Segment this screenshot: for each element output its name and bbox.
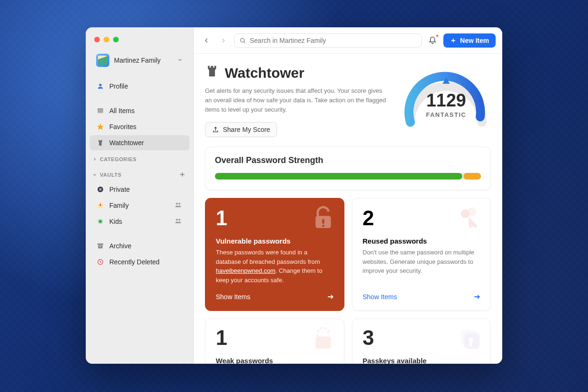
- svg-rect-3: [98, 112, 103, 113]
- weak-lock-icon: [310, 326, 336, 354]
- chevron-down-icon: [92, 172, 97, 177]
- vault-icon: [96, 201, 105, 210]
- svg-point-31: [469, 338, 473, 342]
- svg-point-12: [176, 219, 178, 220]
- chevron-down-icon: [177, 56, 183, 65]
- svg-rect-1: [98, 108, 103, 110]
- new-item-button[interactable]: New Item: [443, 33, 496, 48]
- notifications-button[interactable]: [426, 34, 439, 47]
- page-title: Watchtower: [205, 64, 390, 82]
- vault-label: Kids: [109, 218, 122, 225]
- password-strength-title: Overall Password Strength: [215, 155, 481, 165]
- all-items-icon: [96, 106, 105, 115]
- svg-point-9: [179, 203, 180, 204]
- reused-passwords-card: 2 Reused passwords Don't use the same pa…: [352, 198, 491, 311]
- nav-back-button[interactable]: [200, 34, 212, 47]
- password-strength-card: Overall Password Strength: [205, 147, 491, 190]
- watchtower-header: Watchtower Get alerts for any security i…: [205, 64, 491, 137]
- security-score-gauge: 1129 FANTASTIC: [401, 64, 491, 135]
- plus-icon: [450, 37, 457, 44]
- sidebar-item-archive[interactable]: Archive: [90, 238, 189, 253]
- share-icon: [212, 126, 219, 133]
- sidebar-item-watchtower[interactable]: Watchtower: [90, 135, 189, 150]
- show-items-label: Show Items: [363, 293, 397, 301]
- window-traffic-lights: [86, 32, 193, 48]
- arrow-right-icon: ➔: [474, 292, 480, 301]
- section-header-vaults[interactable]: VAULTS ＋: [86, 164, 193, 181]
- sidebar-item-label: All Items: [109, 107, 135, 114]
- weak-passwords-card: 1 Weak passwords Weak passwords are easi…: [205, 318, 344, 364]
- account-switcher[interactable]: Martinez Family: [90, 50, 189, 71]
- strength-good-segment: [215, 173, 462, 180]
- nav-forward-button[interactable]: [217, 34, 229, 47]
- svg-marker-4: [97, 123, 103, 130]
- vulnerable-title: Vulnerable passwords: [216, 237, 334, 245]
- sidebar-item-label: Recently Deleted: [109, 258, 160, 266]
- sidebar-item-all-items[interactable]: All Items: [90, 103, 189, 118]
- vault-icon: [96, 217, 105, 226]
- close-window-icon[interactable]: [94, 37, 100, 42]
- vault-family[interactable]: Family: [90, 198, 189, 213]
- section-header-categories[interactable]: CATEGORIES: [86, 151, 193, 164]
- vulnerable-description: These passwords were found in a database…: [216, 248, 334, 285]
- weak-title: Weak passwords: [216, 357, 334, 364]
- content-scroll[interactable]: Watchtower Get alerts for any security i…: [194, 54, 502, 364]
- passkeys-available-card: 3 Passkeys available Passkeys are a more…: [352, 318, 491, 364]
- sidebar: Martinez Family Profile All Items Favori…: [86, 27, 194, 364]
- share-score-button[interactable]: Share My Score: [205, 122, 277, 137]
- unlock-alert-icon: [310, 205, 336, 233]
- svg-point-25: [322, 225, 324, 227]
- svg-rect-16: [100, 246, 101, 247]
- vault-label: Private: [109, 186, 130, 193]
- svg-point-18: [240, 38, 244, 42]
- vault-kids[interactable]: Kids: [90, 214, 189, 229]
- keys-icon: [457, 205, 483, 233]
- minimize-window-icon[interactable]: [104, 37, 109, 42]
- show-items-label: Show Items: [216, 293, 250, 301]
- watchtower-icon: [96, 139, 105, 147]
- security-score-label: FANTASTIC: [401, 111, 491, 118]
- share-score-label: Share My Score: [223, 126, 270, 133]
- hibp-link[interactable]: haveibeenpwned.com: [216, 267, 275, 274]
- vault-label: Family: [109, 202, 129, 209]
- sidebar-item-profile[interactable]: Profile: [90, 79, 189, 94]
- star-icon: [96, 122, 105, 131]
- vulnerable-passwords-card: 1 Vulnerable passwords These passwords w…: [205, 198, 344, 311]
- toolbar: New Item: [194, 27, 502, 54]
- search-icon: [239, 37, 246, 44]
- reused-title: Reused passwords: [363, 237, 481, 245]
- password-strength-bar: [215, 173, 481, 180]
- add-vault-button[interactable]: ＋: [179, 170, 187, 180]
- recently-deleted-icon: [96, 258, 105, 266]
- section-label: CATEGORIES: [100, 156, 137, 162]
- sidebar-item-favorites[interactable]: Favorites: [90, 119, 189, 134]
- svg-point-13: [179, 219, 180, 220]
- show-vulnerable-items-button[interactable]: Show Items ➔: [216, 285, 334, 301]
- security-score-value: 1129: [401, 90, 491, 111]
- app-window: Martinez Family Profile All Items Favori…: [86, 27, 502, 364]
- main-panel: New Item Watchtower Get alerts for any s…: [194, 27, 502, 364]
- notification-dot-icon: [435, 34, 439, 38]
- account-name: Martinez Family: [114, 57, 172, 64]
- svg-line-19: [244, 41, 245, 43]
- show-reused-items-button[interactable]: Show Items ➔: [363, 285, 481, 301]
- page-description: Get alerts for any security issues that …: [205, 86, 390, 114]
- sidebar-item-recently-deleted[interactable]: Recently Deleted: [90, 254, 189, 270]
- new-item-label: New Item: [460, 37, 489, 44]
- vault-private[interactable]: Private: [90, 182, 189, 197]
- watchtower-icon: [205, 64, 219, 82]
- sidebar-item-label: Profile: [109, 82, 128, 90]
- reused-description: Don't use the same password on multiple …: [363, 248, 481, 276]
- strength-weak-segment: [464, 173, 481, 180]
- sidebar-item-label: Favorites: [109, 123, 137, 131]
- svg-rect-28: [315, 337, 331, 349]
- shared-icon: [174, 201, 183, 210]
- arrow-right-icon: ➔: [327, 292, 334, 301]
- search-input[interactable]: [250, 37, 416, 44]
- search-field[interactable]: [234, 33, 422, 48]
- fullscreen-window-icon[interactable]: [113, 37, 119, 42]
- passkeys-title: Passkeys available: [363, 357, 481, 364]
- svg-point-8: [176, 203, 178, 204]
- svg-rect-14: [98, 244, 103, 245]
- passkey-icon: [457, 326, 483, 354]
